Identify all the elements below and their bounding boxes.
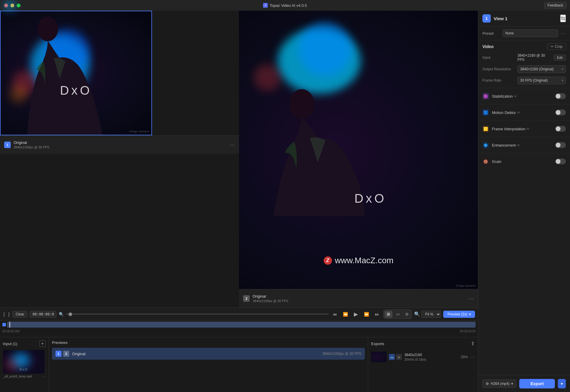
right-view-badge: 2 xyxy=(243,295,250,302)
export-icons: ▬ ◈ xyxy=(389,354,402,360)
codec-select[interactable]: ⚙ H264 (mp4) ▾ xyxy=(482,380,516,388)
export-icon-type: ◈ xyxy=(396,354,402,360)
playback-bar: [ ] Clear 00:00:00:00 🔍 ⏮ ⏪ ▶ ⏩ ⏭ ⊞ ▭ ⧉ … xyxy=(0,307,478,320)
preset-more-button[interactable]: ⋯ xyxy=(560,30,566,36)
skip-to-end-button[interactable]: ⏭ xyxy=(373,311,381,318)
add-input-button[interactable]: + xyxy=(39,340,46,347)
crop-button[interactable]: ✂ Crop xyxy=(547,43,566,50)
preview-button[interactable]: Preview (2s) ▾ xyxy=(443,311,475,318)
feedback-button[interactable]: Feedback xyxy=(544,2,566,9)
edit-input-button[interactable]: Edit xyxy=(554,55,566,61)
video-section-header: Video ✂ Crop xyxy=(478,40,570,52)
copyright-right: ©Hugo Santarim xyxy=(456,284,476,287)
output-resolution-select[interactable]: 3840×2160 (Original) xyxy=(517,65,566,73)
settings-spacer xyxy=(478,168,570,375)
timeline-clip-indicator xyxy=(2,323,6,326)
export-main-button[interactable]: Export xyxy=(519,379,555,388)
preset-select[interactable]: None xyxy=(503,29,558,37)
play-pause-button[interactable]: ▶ xyxy=(352,310,360,319)
stabilization-label: StabilizationAI xyxy=(492,94,552,99)
preview-badge-1: 1 xyxy=(56,351,61,357)
video-section-title: Video xyxy=(482,44,494,49)
left-strip-menu-button[interactable]: ⋯ xyxy=(229,142,235,147)
timecode-input[interactable]: 00:00:00:00 xyxy=(30,311,56,318)
input-section-header: Input (1) + xyxy=(3,340,46,347)
step-forward-button[interactable]: ⏩ xyxy=(362,311,371,318)
dxo-text-left: DxO xyxy=(60,83,92,98)
main-container: DxO ©Hugo Santarim 1 Original 3840x2160p… xyxy=(0,11,570,392)
stabilization-icon: 🟣 xyxy=(482,93,489,99)
app-title-text: Topaz Video AI v4.0.5 xyxy=(270,3,307,8)
frame-rate-select[interactable]: 30 FPS (Original) xyxy=(517,77,566,84)
export-resolution: 3840x2160 xyxy=(404,353,426,357)
input-info-row: Input 3840×2160 @ 30 FPS Edit xyxy=(478,52,570,64)
frame-interpolation-toggle[interactable] xyxy=(555,126,566,132)
preview-item-name: Original xyxy=(72,352,86,356)
stabilization-toggle[interactable] xyxy=(555,93,566,99)
enhancement-toggle[interactable] xyxy=(555,142,566,148)
zoom-out-button[interactable]: 🔍 xyxy=(414,311,420,317)
maximize-button[interactable] xyxy=(17,4,20,7)
motion-deblur-toggle[interactable] xyxy=(555,109,566,115)
export-icon-video: ▬ xyxy=(389,354,395,360)
overlay-button[interactable]: ⧉ xyxy=(403,311,411,318)
right-label-spec: 3840x2160px @ 30 FPS xyxy=(253,299,288,303)
app-title: T Topaz Video AI v4.0.5 xyxy=(263,3,307,8)
bracket-mark: ] xyxy=(8,312,10,317)
bracket-open: [ xyxy=(3,312,5,317)
previews-section-header: Previews xyxy=(52,340,365,345)
grain-row: 🟤 Grain xyxy=(478,155,570,168)
thumbnail-more-button[interactable]: ··· xyxy=(43,375,46,378)
thumbnail-filename: _o8_prob3_temp.mp4 xyxy=(3,375,32,378)
workspace: DxO ©Hugo Santarim 1 Original 3840x2160p… xyxy=(0,11,478,392)
frame-rate-select-wrapper: 30 FPS (Original) ▾ xyxy=(517,77,566,84)
right-strip-menu-button[interactable]: ⋯ xyxy=(468,296,474,301)
divider-4 xyxy=(478,137,570,137)
side-by-side-button[interactable]: ▭ xyxy=(394,311,402,318)
clear-button[interactable]: Clear xyxy=(12,311,28,318)
timeline-area: 00:00:00.000 00:00:03:05 xyxy=(0,320,478,337)
settings-swap-button[interactable]: ⇆ xyxy=(560,15,566,22)
export-bar: ⚙ H264 (mp4) ▾ Export ▾ xyxy=(478,375,570,392)
timeline-end-time: 00:00:03:05 xyxy=(460,330,476,333)
preview-button-label: Preview (2s) xyxy=(447,312,467,316)
motion-deblur-toggle-knob xyxy=(556,110,560,115)
exports-section: Exports ⬆ ▬ ◈ 3840x2160 20m0 xyxy=(368,337,478,392)
preview-item[interactable]: 1 2 Original 3840x2160px @ 30 FPS xyxy=(52,348,365,360)
divider-2 xyxy=(478,104,570,104)
scrubber[interactable] xyxy=(66,314,329,315)
settings-header: 1 View 1 ⇆ xyxy=(478,11,570,26)
timeline-track[interactable] xyxy=(7,322,476,328)
frame-rate-label: Frame Rate xyxy=(482,78,515,82)
left-label-info: Original 3840x2160px @ 30 FPS xyxy=(14,140,49,149)
export-more-button[interactable]: ⋯ xyxy=(470,354,475,360)
output-resolution-row: Output Resolution 3840×2160 (Original) ▾ xyxy=(478,64,570,75)
grain-toggle[interactable] xyxy=(555,158,566,164)
split-view-button[interactable]: ⊞ xyxy=(384,311,392,318)
scrubber-thumb xyxy=(69,312,72,316)
watermark-icon: Z xyxy=(324,256,332,265)
exports-more-button[interactable]: ⬆ xyxy=(471,340,475,347)
step-back-button[interactable]: ⏪ xyxy=(341,311,350,318)
export-item: ▬ ◈ 3840x2160 20m0s (0.1fps) 26% ⋯ xyxy=(371,350,475,364)
enhancement-icon: 🔷 xyxy=(482,142,489,148)
left-label-spec: 3840x2160px @ 30 FPS xyxy=(14,145,49,149)
input-thumbnail[interactable]: DxO xyxy=(3,350,45,374)
watermark-text: www.MacZ.com xyxy=(335,256,394,265)
exports-section-header: Exports ⬆ xyxy=(371,340,475,347)
exports-section-title: Exports xyxy=(371,342,384,346)
export-dropdown-button[interactable]: ▾ xyxy=(558,379,566,388)
export-meta: 3840x2160 20m0s (0.1fps) xyxy=(404,353,426,361)
timeline-clip xyxy=(7,322,476,328)
skip-to-start-button[interactable]: ⏮ xyxy=(331,311,339,318)
scrubber-container xyxy=(66,314,329,315)
fit-select[interactable]: Fit % xyxy=(421,311,441,318)
preview-chevron-icon: ▾ xyxy=(469,312,471,316)
preview-labels: 1 2 xyxy=(56,351,69,357)
left-label-title: Original xyxy=(14,140,49,145)
titlebar: T Topaz Video AI v4.0.5 Feedback xyxy=(0,0,570,11)
preset-label: Preset xyxy=(482,31,500,36)
motion-deblur-row: 🟦 Motion DeblurAI xyxy=(478,106,570,119)
timeline-start-time: 00:00:00.000 xyxy=(2,330,20,333)
preview-badge-2: 2 xyxy=(63,351,69,357)
